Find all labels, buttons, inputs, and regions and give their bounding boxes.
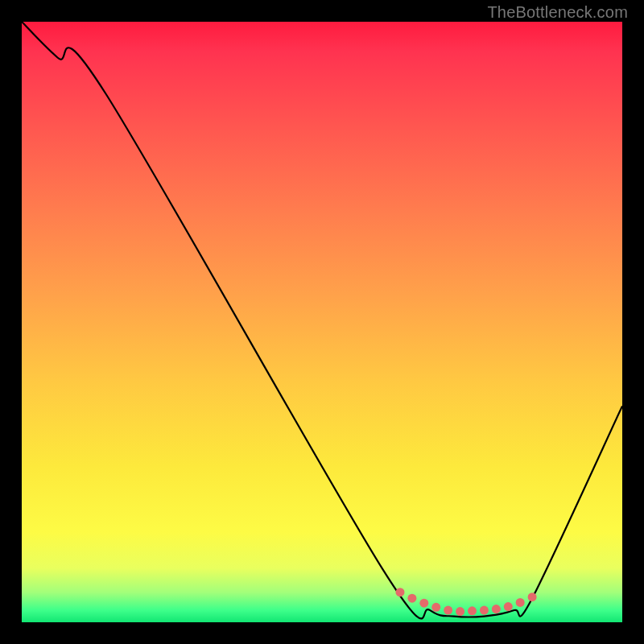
watermark-text: TheBottleneck.com (487, 3, 628, 22)
marker-dot (528, 592, 537, 601)
marker-dot (516, 598, 525, 607)
marker-dot (395, 588, 404, 597)
marker-dot (419, 599, 428, 608)
marker-dot (504, 602, 513, 611)
marker-dot (407, 594, 416, 603)
marker-dot (444, 606, 452, 615)
plot-area (22, 22, 622, 622)
marker-dot (431, 603, 440, 612)
marker-dot (468, 606, 477, 615)
marker-dot (492, 605, 501, 613)
highlight-markers (395, 588, 536, 616)
bottleneck-curve (22, 22, 622, 618)
marker-dot (456, 607, 464, 616)
curve-svg (22, 22, 622, 622)
marker-dot (480, 606, 489, 615)
chart-container: TheBottleneck.com (0, 0, 644, 644)
